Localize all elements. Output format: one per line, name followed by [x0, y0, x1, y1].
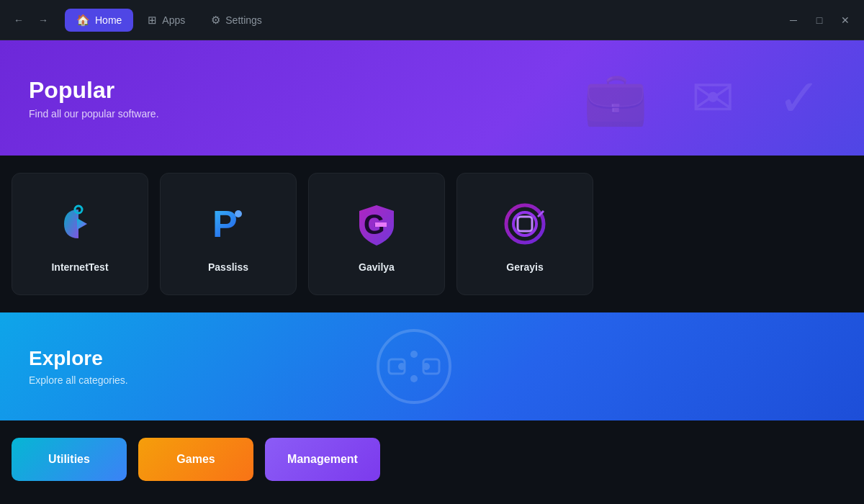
main-content: 💼 ✉ ✓ Popular Find all our popular softw… — [0, 40, 864, 504]
close-button[interactable]: ✕ — [835, 10, 855, 30]
tab-home[interactable]: 🏠 Home — [65, 9, 133, 32]
app-grid: InternetTest P Passliss — [0, 156, 864, 312]
tab-apps[interactable]: ⊞ Apps — [136, 9, 197, 32]
gerayis-icon — [499, 198, 551, 250]
internet-test-icon — [54, 198, 106, 250]
tab-apps-label: Apps — [162, 14, 185, 26]
svg-rect-5 — [375, 222, 387, 227]
popular-subtitle: Find all our popular software. — [29, 108, 835, 120]
apps-icon: ⊞ — [148, 14, 157, 27]
app-name-gerayis: Gerayis — [506, 261, 543, 273]
categories-section: Utilities Games Management — [0, 420, 864, 492]
app-card-internet-test[interactable]: InternetTest — [12, 173, 148, 295]
titlebar: ← → 🏠 Home ⊞ Apps ⚙ Settings ─ □ ✕ — [0, 0, 864, 40]
utilities-button[interactable]: Utilities — [12, 438, 127, 481]
passliss-icon: P — [202, 198, 254, 250]
app-card-gavilya[interactable]: G Gavilya — [308, 173, 445, 295]
maximize-button[interactable]: □ — [809, 10, 829, 30]
popular-banner: 💼 ✉ ✓ Popular Find all our popular softw… — [0, 40, 864, 156]
management-button[interactable]: Management — [265, 438, 380, 481]
explore-title: Explore — [29, 347, 835, 370]
forward-button[interactable]: → — [33, 10, 53, 30]
svg-marker-0 — [77, 218, 87, 230]
back-button[interactable]: ← — [9, 10, 29, 30]
svg-rect-8 — [518, 217, 532, 231]
explore-subtitle: Explore all categories. — [29, 374, 835, 386]
tab-home-label: Home — [95, 14, 122, 26]
svg-point-3 — [235, 210, 242, 217]
home-icon: 🏠 — [76, 14, 90, 27]
app-name-gavilya: Gavilya — [359, 261, 395, 273]
explore-banner: Explore Explore all categories. — [0, 312, 864, 420]
tab-settings[interactable]: ⚙ Settings — [199, 9, 274, 32]
settings-icon: ⚙ — [211, 14, 220, 27]
svg-text:P: P — [212, 203, 238, 245]
games-button[interactable]: Games — [138, 438, 253, 481]
app-name-internet-test: InternetTest — [51, 261, 108, 273]
window-controls: ─ □ ✕ — [783, 10, 855, 30]
popular-title: Popular — [29, 77, 835, 104]
tab-bar: 🏠 Home ⊞ Apps ⚙ Settings — [65, 9, 783, 32]
tab-settings-label: Settings — [225, 14, 262, 26]
app-card-gerayis[interactable]: Gerayis — [456, 173, 593, 295]
gavilya-icon: G — [351, 198, 402, 250]
svg-point-6 — [506, 205, 544, 243]
nav-controls: ← → — [9, 10, 53, 30]
app-card-passliss[interactable]: P Passliss — [160, 173, 297, 295]
minimize-button[interactable]: ─ — [783, 10, 804, 30]
app-name-passliss: Passliss — [208, 261, 248, 273]
